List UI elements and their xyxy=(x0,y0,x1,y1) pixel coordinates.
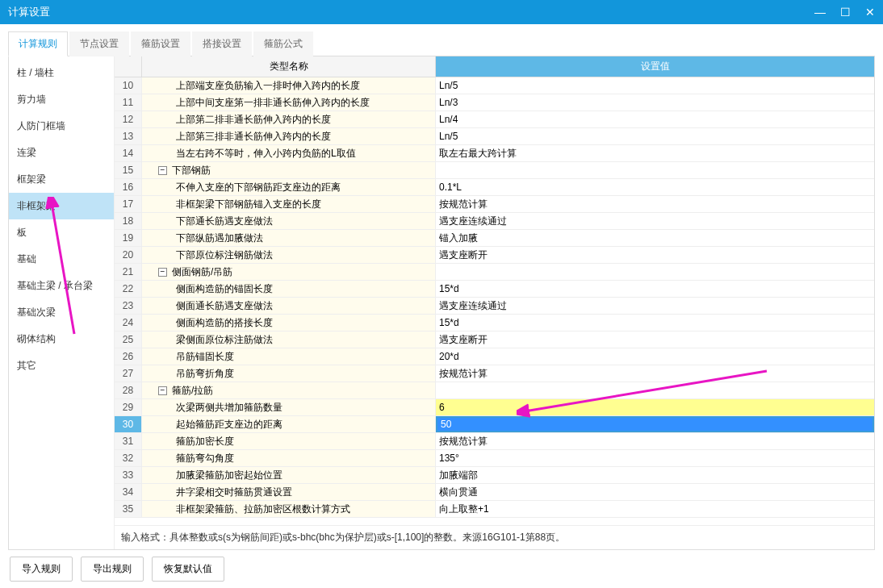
row-value[interactable]: 15*d xyxy=(436,281,874,297)
import-rules-button[interactable]: 导入规则 xyxy=(10,557,73,582)
table-row[interactable]: 11上部中间支座第一排非通长筋伸入跨内的长度Ln/3 xyxy=(115,94,874,111)
table-row[interactable]: 16不伸入支座的下部钢筋距支座边的距离0.1*L xyxy=(115,179,874,196)
row-number: 13 xyxy=(115,128,142,144)
row-value[interactable]: 按规范计算 xyxy=(436,196,874,212)
table-row[interactable]: 21−侧面钢筋/吊筋 xyxy=(115,264,874,281)
row-name: 上部第三排非通长筋伸入跨内的长度 xyxy=(142,128,436,144)
table-row[interactable]: 22侧面构造筋的锚固长度15*d xyxy=(115,281,874,298)
table-row[interactable]: 15−下部钢筋 xyxy=(115,162,874,179)
table-row[interactable]: 25梁侧面原位标注筋做法遇支座断开 xyxy=(115,332,874,348)
collapse-icon[interactable]: − xyxy=(158,166,167,175)
row-value[interactable]: 向上取整+1 xyxy=(436,501,874,517)
table-row[interactable]: 10上部端支座负筋输入一排时伸入跨内的长度Ln/5 xyxy=(115,77,874,94)
row-value[interactable]: 按规范计算 xyxy=(436,433,874,449)
table-row[interactable]: 23侧面通长筋遇支座做法遇支座连续通过 xyxy=(115,298,874,315)
bottom-toolbar: 导入规则 导出规则 恢复默认值 xyxy=(8,557,875,582)
row-value[interactable] xyxy=(436,162,874,178)
row-value[interactable]: Ln/3 xyxy=(436,94,874,111)
tab-3[interactable]: 搭接设置 xyxy=(192,31,252,56)
sidebar-item-1[interactable]: 剪力墙 xyxy=(9,86,114,113)
minimize-button[interactable]: — xyxy=(814,6,826,19)
table-row[interactable]: 20下部原位标注钢筋做法遇支座断开 xyxy=(115,247,874,264)
row-value[interactable]: Ln/4 xyxy=(436,111,874,127)
row-number: 32 xyxy=(115,450,142,466)
table-row[interactable]: 28−箍筋/拉筋 xyxy=(115,382,874,399)
table-row[interactable]: 33加腋梁箍筋加密起始位置加腋端部 xyxy=(115,467,874,484)
row-value[interactable]: Ln/5 xyxy=(436,128,874,144)
value-input[interactable] xyxy=(436,416,874,432)
table-row[interactable]: 18下部通长筋遇支座做法遇支座连续通过 xyxy=(115,213,874,230)
row-number: 17 xyxy=(115,196,142,212)
row-name: −侧面钢筋/吊筋 xyxy=(142,264,436,280)
row-value[interactable]: 遇支座断开 xyxy=(436,332,874,348)
sidebar-item-2[interactable]: 人防门框墙 xyxy=(9,113,114,140)
row-name: 下部纵筋遇加腋做法 xyxy=(142,230,436,246)
row-value[interactable]: 锚入加腋 xyxy=(436,230,874,246)
header-name: 类型名称 xyxy=(142,56,436,77)
export-rules-button[interactable]: 导出规则 xyxy=(81,557,144,582)
row-value[interactable]: 0.1*L xyxy=(436,179,874,195)
table-row[interactable]: 29次梁两侧共增加箍筋数量6 xyxy=(115,399,874,416)
maximize-button[interactable]: ☐ xyxy=(840,6,851,19)
sidebar-item-7[interactable]: 基础 xyxy=(9,246,114,273)
table-row[interactable]: 24侧面构造筋的搭接长度15*d xyxy=(115,315,874,332)
table-row[interactable]: 12上部第二排非通长筋伸入跨内的长度Ln/4 xyxy=(115,111,874,128)
tab-2[interactable]: 箍筋设置 xyxy=(131,31,190,56)
row-value[interactable]: 遇支座断开 xyxy=(436,247,874,263)
tab-0[interactable]: 计算规则 xyxy=(8,31,68,56)
row-number: 20 xyxy=(115,247,142,263)
table-row[interactable]: 19下部纵筋遇加腋做法锚入加腋 xyxy=(115,230,874,247)
row-value[interactable]: 横向贯通 xyxy=(436,484,874,500)
sidebar-item-5[interactable]: 非框架梁 xyxy=(9,193,114,219)
row-number: 11 xyxy=(115,94,142,111)
table-row[interactable]: 26吊筋锚固长度20*d xyxy=(115,348,874,365)
row-value[interactable]: 取左右最大跨计算 xyxy=(436,145,874,161)
row-value[interactable]: 遇支座连续通过 xyxy=(436,213,874,229)
row-value[interactable] xyxy=(436,264,874,280)
sidebar-item-8[interactable]: 基础主梁 / 承台梁 xyxy=(9,273,114,299)
collapse-icon[interactable]: − xyxy=(158,268,167,277)
row-value[interactable]: 加腋端部 xyxy=(436,467,874,483)
close-button[interactable]: ✕ xyxy=(865,6,875,19)
row-value[interactable] xyxy=(436,382,874,398)
table-row[interactable]: 13上部第三排非通长筋伸入跨内的长度Ln/5 xyxy=(115,128,874,145)
row-value[interactable]: 135° xyxy=(436,450,874,466)
row-name: 下部原位标注钢筋做法 xyxy=(142,247,436,263)
row-name: 吊筋锚固长度 xyxy=(142,348,436,365)
row-name: 侧面构造筋的锚固长度 xyxy=(142,281,436,297)
row-value[interactable]: 20*d xyxy=(436,348,874,365)
row-value[interactable]: 遇支座连续通过 xyxy=(436,298,874,314)
table-row[interactable]: 17非框架梁下部钢筋锚入支座的长度按规范计算 xyxy=(115,196,874,213)
row-value[interactable] xyxy=(436,416,874,432)
table-row[interactable]: 32箍筋弯勾角度135° xyxy=(115,450,874,467)
row-name: 加腋梁箍筋加密起始位置 xyxy=(142,467,436,483)
row-value[interactable]: 15*d xyxy=(436,315,874,331)
row-value[interactable]: 6 xyxy=(436,399,874,415)
table-row[interactable]: 30起始箍筋距支座边的距离 xyxy=(115,416,874,433)
tab-1[interactable]: 节点设置 xyxy=(69,31,129,56)
table-row[interactable]: 27吊筋弯折角度按规范计算 xyxy=(115,365,874,382)
sidebar-item-9[interactable]: 基础次梁 xyxy=(9,299,114,326)
collapse-icon[interactable]: − xyxy=(158,386,167,395)
table-row[interactable]: 31箍筋加密长度按规范计算 xyxy=(115,433,874,450)
sidebar-item-11[interactable]: 其它 xyxy=(9,352,114,379)
row-name: 不伸入支座的下部钢筋距支座边的距离 xyxy=(142,179,436,195)
row-name: 非框架梁箍筋、拉筋加密区根数计算方式 xyxy=(142,501,436,517)
row-name: 上部第二排非通长筋伸入跨内的长度 xyxy=(142,111,436,127)
reset-defaults-button[interactable]: 恢复默认值 xyxy=(152,557,224,582)
header-value: 设置值 xyxy=(436,56,874,77)
sidebar-item-10[interactable]: 砌体结构 xyxy=(9,326,114,352)
row-value[interactable]: 按规范计算 xyxy=(436,365,874,382)
sidebar-item-0[interactable]: 柱 / 墙柱 xyxy=(9,60,114,86)
row-number: 10 xyxy=(115,77,142,94)
table-row[interactable]: 14当左右跨不等时，伸入小跨内负筋的L取值取左右最大跨计算 xyxy=(115,145,874,162)
row-value[interactable]: Ln/5 xyxy=(436,77,874,94)
table-row[interactable]: 34井字梁相交时箍筋贯通设置横向贯通 xyxy=(115,484,874,501)
table-row[interactable]: 35非框架梁箍筋、拉筋加密区根数计算方式向上取整+1 xyxy=(115,501,874,518)
tab-4[interactable]: 箍筋公式 xyxy=(253,31,313,56)
sidebar-item-4[interactable]: 框架梁 xyxy=(9,166,114,193)
row-number: 34 xyxy=(115,484,142,500)
row-number: 29 xyxy=(115,399,142,415)
sidebar-item-6[interactable]: 板 xyxy=(9,219,114,246)
sidebar-item-3[interactable]: 连梁 xyxy=(9,140,114,166)
